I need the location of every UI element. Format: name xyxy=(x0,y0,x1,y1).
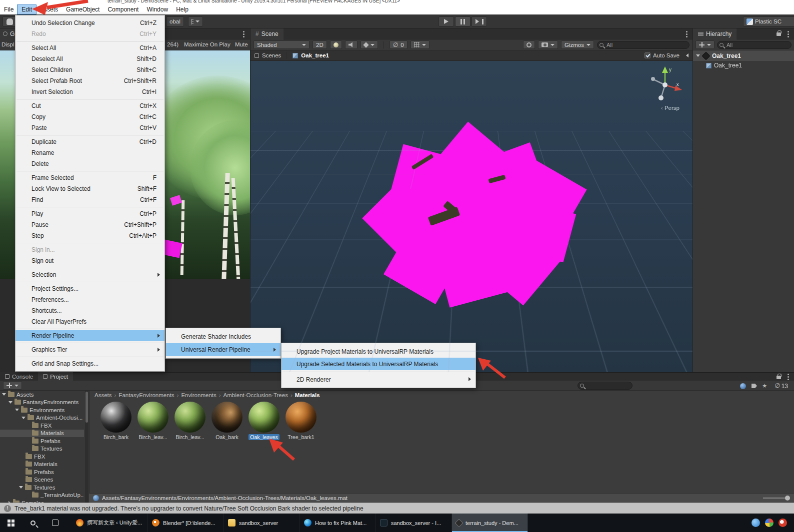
taskbar-search-button[interactable] xyxy=(22,514,44,532)
material-birch-leaves-2[interactable]: Birch_leav... xyxy=(172,402,208,442)
search-by-label-icon[interactable] xyxy=(752,384,757,388)
menu-component[interactable]: Component xyxy=(104,5,142,14)
crumb-fantasyenvironments[interactable]: FantasyEnvironments xyxy=(118,392,174,398)
hierarchy-item-oak-tree[interactable]: Oak_tree1 xyxy=(693,61,794,70)
create-asset-button[interactable] xyxy=(3,381,22,390)
hierarchy-scene-row[interactable]: Oak_tree1 xyxy=(693,50,794,61)
grid-visibility-dropdown[interactable] xyxy=(410,40,430,49)
favorite-search-icon[interactable] xyxy=(762,382,767,389)
expand-arrow-icon[interactable] xyxy=(15,409,19,411)
pause-button[interactable] xyxy=(455,16,470,26)
mute-audio-toggle[interactable]: Mute xyxy=(235,41,248,47)
tree-row-samples[interactable]: Samples xyxy=(0,499,84,503)
expand-arrow-icon[interactable] xyxy=(19,486,23,489)
menu-item-copy[interactable]: CopyCtrl+C xyxy=(16,111,164,122)
menu-item-universal-render-pipeline[interactable]: Universal Render Pipeline xyxy=(166,343,280,356)
taskbar-app-folder[interactable]: sandbox_server xyxy=(224,514,300,532)
menu-item-grid-and-snap-settings[interactable]: Grid and Snap Settings... xyxy=(16,358,164,369)
tree-row-fbx[interactable]: FBX xyxy=(0,422,84,430)
tree-row-terrainautoup[interactable]: _TerrainAutoUp... xyxy=(0,492,84,500)
menu-item-invert-selection[interactable]: Invert SelectionCtrl+I xyxy=(16,86,164,97)
status-bar[interactable]: Tree_bark1 material was not upgraded. Th… xyxy=(0,503,794,514)
hierarchy-kebab-icon[interactable] xyxy=(788,31,789,32)
menu-file[interactable]: File xyxy=(0,5,18,14)
play-button[interactable] xyxy=(438,16,454,26)
menu-window[interactable]: Window xyxy=(142,5,172,14)
auto-save-checkbox[interactable] xyxy=(644,52,650,58)
tray-icon[interactable] xyxy=(752,519,760,527)
thumbnail-zoom-slider[interactable] xyxy=(763,498,789,499)
taskbar-app-unity-active[interactable]: terrain_study - Dem... xyxy=(452,514,528,532)
taskbar-app-blender[interactable]: Blender* [D:\blende... xyxy=(148,514,224,532)
hierarchy-tab[interactable]: Hierarchy xyxy=(693,28,736,39)
breadcrumb-scenes[interactable]: Scenes xyxy=(262,52,281,58)
lighting-toggle[interactable] xyxy=(330,40,342,49)
menu-item-rename[interactable]: Rename xyxy=(16,147,164,158)
menu-item-preferences[interactable]: Preferences... xyxy=(16,294,164,305)
hand-tool-button[interactable] xyxy=(2,16,16,26)
audio-toggle[interactable] xyxy=(345,40,358,49)
material-oak-bark[interactable]: Oak_bark xyxy=(210,402,244,442)
crumb-environments[interactable]: Environments xyxy=(181,392,216,398)
taskbar-app-edge[interactable]: How to fix Pink Mat... xyxy=(300,514,376,532)
menu-item-upgrade-project-materials[interactable]: Upgrade Project Materials to UniversalRP… xyxy=(282,345,476,358)
scrollbar-thumb[interactable] xyxy=(86,392,88,423)
scene-search-input[interactable] xyxy=(597,41,690,49)
menu-item-sign-out[interactable]: Sign out xyxy=(16,255,164,266)
menu-item-selection[interactable]: Selection xyxy=(16,269,164,280)
menu-item-2d-renderer[interactable]: 2D Renderer xyxy=(282,373,476,386)
create-object-button[interactable] xyxy=(696,40,714,49)
shading-mode-dropdown[interactable]: Shaded xyxy=(254,40,310,49)
material-birch-bark[interactable]: Birch_bark xyxy=(98,402,134,442)
material-oak-leaves-selected[interactable]: Oak_leaves xyxy=(246,402,282,442)
tree-row-prefabs-2[interactable]: Prefabs xyxy=(0,468,84,476)
menu-edit[interactable]: Edit xyxy=(18,5,36,14)
menu-item-graphics-tier[interactable]: Graphics Tier xyxy=(16,344,164,355)
gizmos-dropdown[interactable]: Gizmos xyxy=(561,40,594,49)
crumb-ambient-occlusion-trees[interactable]: Ambient-Occlusion-Trees xyxy=(224,392,288,398)
tree-row-scenes[interactable]: Scenes xyxy=(0,476,84,484)
expand-arrow-icon[interactable] xyxy=(22,417,26,419)
search-by-type-icon[interactable] xyxy=(740,383,746,389)
tree-row-prefabs[interactable]: Prefabs xyxy=(0,437,84,445)
menu-item-frame-selected[interactable]: Frame SelectedF xyxy=(16,172,164,183)
display-dropdown[interactable]: Displ xyxy=(2,41,14,47)
menu-gameobject[interactable]: GameObject xyxy=(62,5,104,14)
menu-assets[interactable]: Assets xyxy=(36,5,62,14)
menu-item-cut[interactable]: CutCtrl+X xyxy=(16,100,164,111)
collapse-chevron-icon[interactable] xyxy=(686,53,688,57)
expand-arrow-icon[interactable] xyxy=(8,401,12,404)
menu-item-upgrade-selected-materials[interactable]: Upgrade Selected Materials to UniversalR… xyxy=(282,358,476,370)
hidden-packages-icon[interactable] xyxy=(775,382,780,389)
maximize-on-play-toggle[interactable]: Maximize On Play xyxy=(184,41,230,47)
menu-item-lock-view-to-selected[interactable]: Lock View to SelectedShift+F xyxy=(16,183,164,194)
console-tab[interactable]: Console xyxy=(0,372,38,381)
pivot-global-button[interactable]: obal xyxy=(166,16,184,26)
camera-settings-dropdown[interactable] xyxy=(538,40,558,49)
project-tab[interactable]: Project xyxy=(38,372,73,381)
2d-toggle[interactable]: 2D xyxy=(312,40,327,49)
slider-knob[interactable] xyxy=(785,496,790,501)
tray-icon[interactable] xyxy=(765,519,774,527)
step-button[interactable] xyxy=(472,16,487,26)
tree-row-materials-2[interactable]: Materials xyxy=(0,461,84,469)
menu-item-pause[interactable]: PauseCtrl+Shift+P xyxy=(16,219,164,230)
menu-item-delete[interactable]: Delete xyxy=(16,158,164,169)
menu-item-redo[interactable]: RedoCtrl+Y xyxy=(16,28,164,39)
material-birch-leaves-1[interactable]: Birch_leav... xyxy=(136,402,170,442)
taskbar-app-browser-blog[interactable]: 撰写新文章 ‹ Unity爱... xyxy=(72,514,148,532)
expand-arrow-icon[interactable] xyxy=(2,393,6,396)
task-view-button[interactable] xyxy=(44,514,66,532)
material-tree-bark1[interactable]: Tree_bark1 xyxy=(284,402,318,442)
menu-item-select-children[interactable]: Select ChildrenShift+C xyxy=(16,64,164,75)
start-button[interactable] xyxy=(0,514,22,532)
menu-item-step[interactable]: StepCtrl+Alt+P xyxy=(16,230,164,241)
menu-item-deselect-all[interactable]: Deselect AllShift+D xyxy=(16,53,164,64)
tree-row-fantasyenvironments[interactable]: FantasyEnvironments xyxy=(0,399,84,407)
tree-row-textures-2[interactable]: Textures xyxy=(0,484,84,492)
projection-mode-label[interactable]: ‹ Persp xyxy=(661,105,680,111)
tree-row-materials-selected[interactable]: Materials xyxy=(0,430,84,438)
tree-row-ambient-occlusion[interactable]: Ambient-Occlusi... xyxy=(0,414,84,422)
menu-item-project-settings[interactable]: Project Settings... xyxy=(16,283,164,294)
project-kebab-icon[interactable] xyxy=(788,374,789,375)
